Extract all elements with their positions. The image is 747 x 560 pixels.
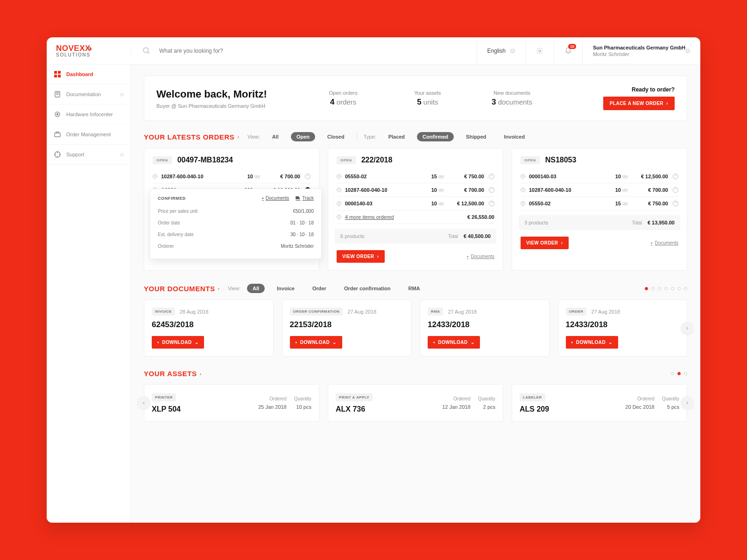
logo[interactable]: NOVEXX››› SOLUTIONS bbox=[47, 44, 131, 57]
clock-icon bbox=[521, 174, 525, 179]
documents-link[interactable]: ▪Documents bbox=[262, 196, 289, 201]
filter-label: Type: bbox=[364, 134, 376, 140]
filter-rma[interactable]: RMA bbox=[403, 284, 426, 293]
filter-order[interactable]: Order bbox=[307, 284, 332, 293]
download-button[interactable]: ▪ DOWNLOAD ⌄ bbox=[566, 336, 618, 349]
account-menu[interactable]: Sun Pharmaceuticals Germany GmbH Moritz … bbox=[582, 37, 700, 64]
doc-date: 27 Aug 2018 bbox=[448, 309, 477, 315]
order-filters: View: All Open Closed Type: Placed Confi… bbox=[247, 132, 530, 141]
carousel-next-button[interactable]: › bbox=[681, 322, 694, 335]
order-line[interactable]: 10287-600-040-1010qty€ 700.00 bbox=[337, 183, 494, 197]
order-line[interactable]: 0000140-0310qty€ 12,500.00 bbox=[337, 197, 494, 210]
doc-date: 27 Aug 2018 bbox=[591, 309, 620, 315]
document-card[interactable]: ORDER CONFIRMATION27 Aug 201822153/2018▪… bbox=[282, 300, 412, 357]
asset-card[interactable]: LABELERALS 209Ordered20 Dec 2018Quantity… bbox=[512, 384, 687, 421]
filter-open[interactable]: Open bbox=[291, 132, 315, 141]
asset-name: ALS 209 bbox=[520, 405, 618, 413]
asset-card[interactable]: PRINT & APPLYALX 736Ordered12 Jan 2018Qu… bbox=[328, 384, 503, 421]
stat-open-orders: Open orders 4 orders bbox=[301, 90, 386, 107]
filter-shipped[interactable]: Shipped bbox=[460, 132, 492, 141]
settings-button[interactable] bbox=[525, 37, 554, 64]
sidebar-item-support[interactable]: Support ⊙ bbox=[47, 145, 130, 165]
order-totals: 3 productsTotal€ 13,950.00 bbox=[519, 215, 680, 230]
expand-icon[interactable] bbox=[489, 174, 494, 179]
clock-icon bbox=[337, 188, 341, 192]
expand-icon[interactable] bbox=[673, 201, 678, 206]
order-line[interactable]: 0000140-0310qty€ 12,500.00 bbox=[521, 170, 678, 183]
filter-confirmation[interactable]: Order confirmation bbox=[338, 284, 396, 293]
language-label: English bbox=[487, 48, 506, 54]
dashboard-icon bbox=[54, 71, 61, 77]
popover-status: CONFIRMED bbox=[158, 196, 255, 201]
doc-date: 28 Aug 2018 bbox=[180, 309, 209, 315]
expand-icon[interactable] bbox=[305, 174, 310, 179]
filter-confirmed[interactable]: Confirmed bbox=[417, 132, 454, 141]
doc-number: 22153/2018 bbox=[290, 320, 404, 329]
notifications-button[interactable]: 10 bbox=[554, 37, 582, 64]
order-line[interactable]: 10287-600-040-1010qty€ 700.00 bbox=[521, 183, 678, 197]
expand-icon[interactable] bbox=[489, 201, 494, 206]
main-content: Welcome back, Moritz! Buyer @ Sun Pharma… bbox=[131, 64, 700, 523]
filter-placed[interactable]: Placed bbox=[383, 132, 410, 141]
track-link[interactable]: ⛟Track bbox=[296, 196, 314, 201]
language-selector[interactable]: English bbox=[477, 37, 525, 64]
document-card[interactable]: RMA27 Aug 201812433/2018▪ DOWNLOAD ⌄ bbox=[420, 300, 550, 357]
asset-card[interactable]: PRINTERXLP 504Ordered25 Jan 2018Quantity… bbox=[144, 384, 319, 421]
filter-invoice[interactable]: Invoice bbox=[271, 284, 300, 293]
account-company: Sun Pharmaceuticals Germany GmbH bbox=[593, 45, 685, 50]
search-input[interactable] bbox=[159, 48, 299, 54]
sidebar-item-orders[interactable]: Order Management bbox=[47, 125, 130, 145]
order-card[interactable]: OPEN222/2018 05550-0215qty€ 750.00 10287… bbox=[328, 148, 503, 271]
order-number: 00497-MB18234 bbox=[177, 156, 233, 164]
view-order-button[interactable]: VIEW ORDER › bbox=[337, 250, 385, 263]
place-order-button[interactable]: PLACE A NEW ORDER › bbox=[603, 97, 675, 110]
documents-link[interactable]: ▪Documents bbox=[651, 240, 678, 245]
pagination-dots[interactable] bbox=[645, 287, 687, 290]
clock-icon bbox=[521, 188, 525, 192]
clock-icon bbox=[521, 201, 525, 206]
order-card[interactable]: OPENNS18053 0000140-0310qty€ 12,500.00 1… bbox=[512, 148, 687, 271]
chevron-down-icon bbox=[685, 49, 690, 53]
section-title[interactable]: YOUR ASSETS bbox=[144, 370, 197, 378]
document-card[interactable]: INVOICE28 Aug 201862453/2018▪ DOWNLOAD ⌄ bbox=[144, 300, 274, 357]
doc-number: 12433/2018 bbox=[428, 320, 542, 329]
sidebar-item-documentation[interactable]: Documentation ⊙ bbox=[47, 84, 130, 105]
order-line[interactable]: 05550-0215qty€ 750.00 bbox=[521, 197, 678, 210]
sidebar-item-label: Support bbox=[66, 152, 85, 157]
sidebar-item-dashboard[interactable]: Dashboard bbox=[47, 64, 130, 84]
sidebar-item-label: Dashboard bbox=[66, 71, 93, 77]
more-items-row[interactable]: 4 more items ordered€ 26,550.00 bbox=[337, 210, 494, 224]
order-line[interactable]: 05550-0215qty€ 750.00 bbox=[337, 170, 494, 183]
expand-icon[interactable] bbox=[673, 174, 678, 179]
sidebar-item-hardware[interactable]: Hardware Infocenter bbox=[47, 105, 130, 125]
order-card[interactable]: OPEN00497-MB18234 10287-600-040-1010qty€… bbox=[144, 148, 319, 271]
view-order-button[interactable]: VIEW ORDER › bbox=[521, 237, 569, 249]
download-button[interactable]: ▪ DOWNLOAD ⌄ bbox=[428, 336, 480, 349]
logo-text: NOVEXX bbox=[56, 44, 91, 53]
documents-link[interactable]: ▪Documents bbox=[467, 254, 494, 259]
filter-all[interactable]: All bbox=[247, 284, 265, 293]
popover-row: Order date01 · 10 · 18 bbox=[158, 217, 314, 229]
asset-type-badge: LABELER bbox=[520, 393, 545, 401]
download-button[interactable]: ▪ DOWNLOAD ⌄ bbox=[152, 336, 204, 349]
pagination-dots[interactable] bbox=[671, 372, 687, 375]
document-card[interactable]: ORDER27 Aug 201812433/2018▪ DOWNLOAD ⌄ bbox=[558, 300, 688, 357]
topbar: NOVEXX››› SOLUTIONS English 10 Sun Pharm… bbox=[47, 37, 700, 64]
svg-point-0 bbox=[143, 48, 148, 53]
section-title[interactable]: YOUR LATESTS ORDERS bbox=[144, 133, 234, 141]
order-line[interactable]: 10287-600-040-1010qty€ 700.00 bbox=[153, 170, 310, 183]
filter-all[interactable]: All bbox=[267, 132, 284, 141]
filter-closed[interactable]: Closed bbox=[322, 132, 350, 141]
download-button[interactable]: ▪ DOWNLOAD ⌄ bbox=[290, 336, 342, 349]
section-title[interactable]: YOUR DOCUMENTS bbox=[144, 285, 215, 293]
svg-rect-5 bbox=[54, 71, 57, 74]
carousel-next-button[interactable]: › bbox=[681, 396, 694, 409]
asset-type-badge: PRINTER bbox=[152, 393, 176, 401]
filter-invoiced[interactable]: Invoiced bbox=[498, 132, 530, 141]
expand-icon[interactable] bbox=[673, 187, 678, 193]
expand-icon[interactable] bbox=[489, 187, 494, 193]
hero-cta: Ready to order? PLACE A NEW ORDER › bbox=[554, 86, 675, 110]
carousel-prev-button[interactable]: ‹ bbox=[137, 396, 150, 409]
chevron-down-icon bbox=[510, 49, 515, 53]
stat-assets: Your assets 5 units bbox=[385, 90, 470, 107]
